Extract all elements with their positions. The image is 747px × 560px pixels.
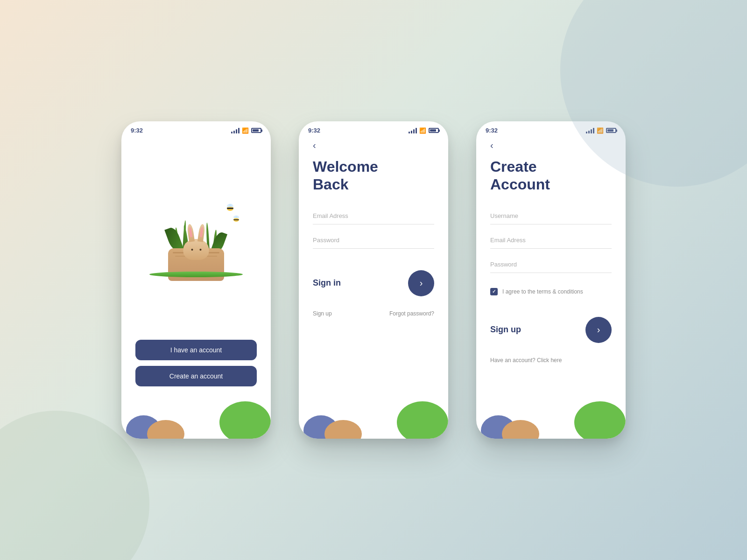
signin-content: ‹ Welcome Back Sign in › Sign up Forgot … <box>299 138 448 401</box>
password-field-group-create <box>490 256 612 273</box>
bottom-decoration-1 <box>121 401 271 439</box>
create-account-content: ‹ Create Account I agree to the terms & … <box>476 138 626 401</box>
status-bar-2: 9:32 📶 <box>299 121 448 138</box>
username-field-group <box>490 208 612 224</box>
email-input[interactable] <box>313 208 434 224</box>
password-field-group <box>313 232 434 249</box>
landing-buttons: I have an account Create an account <box>121 340 271 401</box>
bee-illustration <box>227 206 233 211</box>
signup-action-row: Sign up › <box>490 317 612 343</box>
signin-button[interactable]: › <box>408 270 434 296</box>
blob-green-1 <box>219 401 271 439</box>
signal-icon <box>231 128 240 133</box>
bunny <box>183 239 209 260</box>
status-icons-1: 📶 <box>231 127 261 134</box>
battery-icon <box>251 128 261 133</box>
status-icons-3: 📶 <box>586 127 616 134</box>
signin-label: Sign in <box>313 278 341 288</box>
signin-title: Welcome Back <box>313 158 434 194</box>
bottom-decoration-2 <box>299 401 448 439</box>
back-button-signin[interactable]: ‹ <box>313 138 434 158</box>
terms-checkbox-row: I agree to the terms & conditions <box>490 288 612 295</box>
wifi-icon-3: 📶 <box>597 127 604 134</box>
bottom-decoration-3 <box>476 401 626 439</box>
status-icons-2: 📶 <box>409 127 439 134</box>
status-time-2: 9:32 <box>308 127 320 134</box>
wifi-icon-2: 📶 <box>419 127 426 134</box>
username-input[interactable] <box>490 208 612 224</box>
status-bar-1: 9:32 📶 <box>121 121 271 138</box>
blob-green-2 <box>397 401 448 439</box>
illustration-area <box>121 138 271 340</box>
signal-icon-3 <box>586 128 594 133</box>
forgot-password-link[interactable]: Forgot password? <box>389 310 434 317</box>
ground-grass <box>149 272 243 277</box>
battery-icon-3 <box>606 128 616 133</box>
have-account-button[interactable]: I have an account <box>135 340 257 360</box>
blob-green-3 <box>574 401 626 439</box>
signin-action-row: Sign in › <box>313 270 434 296</box>
signup-button[interactable]: › <box>585 317 612 343</box>
back-button-create[interactable]: ‹ <box>490 138 612 158</box>
password-input[interactable] <box>313 232 434 249</box>
phone-3: 9:32 📶 ‹ Create Account I agre <box>476 121 626 439</box>
email-field-group-create <box>490 232 612 249</box>
create-account-button[interactable]: Create an account <box>135 366 257 386</box>
battery-icon-2 <box>429 128 439 133</box>
email-input-create[interactable] <box>490 232 612 249</box>
status-time-1: 9:32 <box>131 127 143 134</box>
create-account-title: Create Account <box>490 158 612 194</box>
signup-label: Sign up <box>490 325 521 335</box>
signal-icon-2 <box>409 128 417 133</box>
signup-link[interactable]: Sign up <box>313 310 332 317</box>
status-time-3: 9:32 <box>486 127 498 134</box>
wifi-icon: 📶 <box>242 127 249 134</box>
have-account-link[interactable]: Have an account? Click here <box>490 357 562 364</box>
create-account-bottom: Have an account? Click here <box>490 357 612 364</box>
phone-1: 9:32 📶 <box>121 121 271 439</box>
password-input-create[interactable] <box>490 256 612 273</box>
email-field-group <box>313 208 434 224</box>
status-bar-3: 9:32 📶 <box>476 121 626 138</box>
signin-bottom-links: Sign up Forgot password? <box>313 310 434 317</box>
terms-checkbox[interactable] <box>490 288 498 295</box>
bunny-scene <box>145 192 247 286</box>
phone-2: 9:32 📶 ‹ Welcome Back Sign in › <box>299 121 448 439</box>
terms-label: I agree to the terms & conditions <box>502 288 583 295</box>
